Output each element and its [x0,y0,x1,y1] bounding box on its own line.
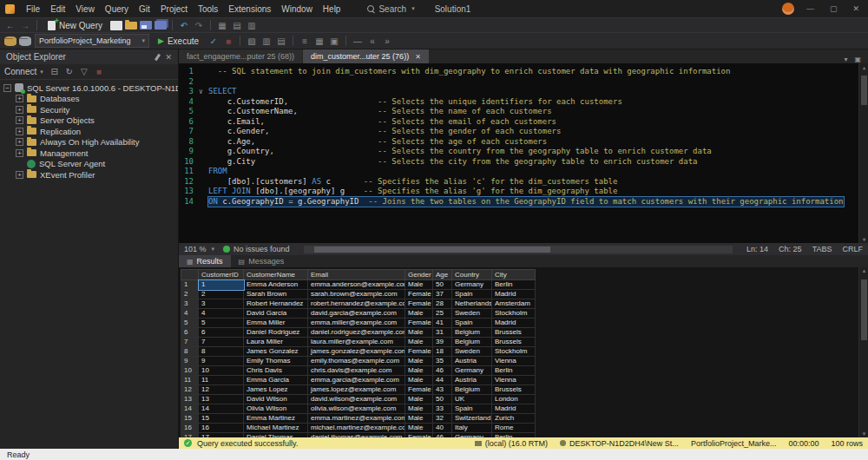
grid-cell[interactable]: Amsterdam [492,299,536,309]
grid-cell[interactable]: 15 [199,414,244,424]
grid-cell[interactable]: david.wilson@example.com [308,395,405,404]
grid-cell[interactable]: Daniel Thomas [244,433,308,438]
row-number[interactable]: 6 [181,328,199,338]
grid-cell[interactable]: Male [405,404,433,414]
grid-cell[interactable]: 18 [433,347,452,357]
menu-project[interactable]: Project [155,3,193,16]
grid-cell[interactable]: Female [405,290,433,299]
expander-icon[interactable]: + [16,128,23,135]
grid-cell[interactable]: 6 [199,328,244,338]
scrollbar-thumb[interactable] [861,76,867,105]
tree-item-databases[interactable]: +Databases [0,94,178,105]
code-line-6[interactable]: c.Email, -- Selects the email of each cu… [198,117,868,128]
results-grid[interactable]: CustomerIDCustomerNameEmailGenderAgeCoun… [181,269,536,437]
back-icon[interactable]: ← [4,19,16,31]
results-to-grid-icon[interactable]: ▦ [313,35,326,47]
grid-cell[interactable]: Stockholm [492,347,536,357]
menu-tools[interactable]: Tools [193,3,223,16]
line-indicator[interactable]: Ln: 14 [746,245,768,253]
properties-icon[interactable]: ▥ [246,19,258,31]
grid-cell[interactable]: david.garcia@example.com [308,309,405,319]
column-header-country[interactable]: Country [452,270,492,280]
close-button[interactable]: ✕ [849,4,863,13]
grid-cell[interactable]: emily.thomas@example.com [308,357,405,366]
menu-view[interactable]: View [70,3,100,16]
column-header-email[interactable]: Email [308,270,405,280]
grid-cell[interactable]: David Garcia [244,309,308,319]
row-number[interactable]: 2 [181,290,199,299]
grid-cell[interactable]: Male [405,376,433,385]
row-number[interactable]: 4 [181,309,199,319]
row-number[interactable]: 8 [181,347,199,357]
scroll-down-icon[interactable]: ▼ [859,236,868,242]
results-to-text-icon[interactable]: ≡ [299,35,311,47]
grid-cell[interactable]: Vienna [492,376,536,385]
grid-cell[interactable]: Stockholm [492,309,536,319]
grid-cell[interactable]: Madrid [492,319,536,328]
grid-cell[interactable]: 13 [199,395,244,404]
tab-close-icon[interactable]: ✕ [415,53,421,61]
grid-cell[interactable]: Netherlands [452,299,492,309]
code-line-4[interactable]: c.CustomerID, -- Selects the unique iden… [198,97,868,108]
grid-cell[interactable]: Brussels [492,385,536,395]
row-number[interactable]: 14 [181,404,199,414]
grid-cell[interactable]: 40 [433,424,452,433]
grid-cell[interactable]: Female [405,385,433,395]
grid-cell[interactable]: 31 [433,328,452,338]
grid-cell[interactable]: Belgium [452,385,492,395]
undo-icon[interactable]: ↶ [178,19,190,31]
forward-icon[interactable]: → [19,19,31,31]
grid-cell[interactable]: Madrid [492,404,536,414]
grid-cell[interactable]: Robert Hernandez [244,299,308,309]
results-vertical-scrollbar[interactable]: ▲ ▼ [858,267,868,437]
grid-cell[interactable]: 4 [199,309,244,319]
grid-cell[interactable]: 33 [433,404,452,414]
grid-cell[interactable]: UK [452,395,492,404]
grid-cell[interactable]: emma.miller@example.com [308,319,405,328]
row-number[interactable]: 11 [181,376,199,385]
redo-icon[interactable]: ↷ [193,19,205,31]
code-area[interactable]: -- SQL statement to join dim_customers w… [198,63,868,243]
menu-git[interactable]: Git [134,3,155,16]
expander-icon[interactable]: + [16,116,23,124]
issues-indicator[interactable]: No issues found [223,245,290,253]
grid-cell[interactable]: emma.anderson@example.com [308,280,405,290]
editor-vertical-scrollbar[interactable]: ▲ ▼ [858,63,868,243]
grid-cell[interactable]: Belgium [452,328,492,338]
grid-cell[interactable]: Spain [452,290,492,299]
scrollbar-thumb[interactable] [314,246,550,253]
grid-cell[interactable]: Sarah Brown [244,290,308,299]
grid-cell[interactable]: London [492,395,536,404]
estimated-plan-icon[interactable]: ▧ [246,35,258,47]
grid-cell[interactable]: sarah.brown@example.com [308,290,405,299]
new-query-button[interactable]: New Query [43,20,108,31]
database-indicator[interactable]: PortfolioProject_Marke... [691,439,777,448]
grid-cell[interactable]: 46 [433,366,452,376]
grid-cell[interactable]: Italy [452,424,492,433]
corner-cell[interactable] [181,270,199,280]
grid-cell[interactable]: David Wilson [244,395,308,404]
row-number[interactable]: 3 [181,299,199,309]
editor-tab-dim-customer-uter-25-76[interactable]: dim_customer...uter 25 (76))✕ [303,49,429,63]
menu-help[interactable]: Help [318,3,346,16]
stop-icon[interactable]: ■ [93,66,105,78]
column-header-customername[interactable]: CustomerName [244,270,308,280]
grid-cell[interactable]: Male [405,366,433,376]
activity-monitor-icon[interactable]: ▦ [216,19,228,31]
grid-cell[interactable]: 32 [433,414,452,424]
menu-extensions[interactable]: Extensions [223,3,276,16]
grid-cell[interactable]: Sweden [452,347,492,357]
grid-cell[interactable]: Male [405,328,433,338]
row-number[interactable]: 13 [181,395,199,404]
grid-cell[interactable]: Switzerland [452,414,492,424]
grid-cell[interactable]: Emma Martinez [244,414,308,424]
grid-cell[interactable]: Austria [452,376,492,385]
row-number[interactable]: 10 [181,366,199,376]
grid-cell[interactable]: Male [405,414,433,424]
code-line-9[interactable]: g.Country, -- Selects the country from t… [198,147,868,157]
refresh-icon[interactable]: ↻ [63,66,76,78]
grid-cell[interactable]: Berlin [492,366,536,376]
new-file-icon[interactable] [110,21,122,30]
grid-cell[interactable]: Germany [452,280,492,290]
user-indicator[interactable]: DESKTOP-N1D2DH4\New St... [560,439,679,448]
